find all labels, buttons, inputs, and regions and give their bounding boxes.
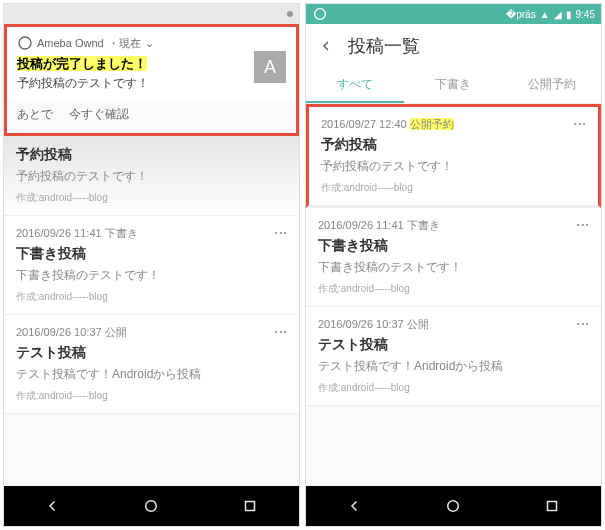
post-title: テスト投稿 <box>16 344 287 362</box>
notification-actions: あとで 今すぐ確認 <box>7 100 296 133</box>
phone-left: Ameba Ownd ・現在 ⌄ 投稿が完了しました！ 予約投稿のテストです！ … <box>3 3 300 527</box>
post-body: 予約投稿のテストです！ <box>16 168 287 185</box>
post-author: 作成:android-----blog <box>16 191 287 205</box>
overflow-icon[interactable]: ⋮ <box>575 218 591 230</box>
overflow-icon[interactable]: ⋮ <box>273 325 289 337</box>
status-bar: �präs ▲ ◢ ▮ 9:45 <box>306 4 601 24</box>
svg-rect-5 <box>547 502 556 511</box>
post-body: 下書き投稿のテストです！ <box>16 267 287 284</box>
post-author: 作成:android-----blog <box>321 181 586 195</box>
list-item[interactable]: 2016/09/26 10:37 公開 テスト投稿 テスト投稿です！Androi… <box>306 307 601 406</box>
post-meta: 2016/09/27 12:40 公開予約 <box>321 117 586 132</box>
status-time: 9:45 <box>576 9 595 20</box>
wifi-icon: ▲ <box>540 9 550 20</box>
post-author: 作成:android-----blog <box>16 389 287 403</box>
nav-back-icon[interactable] <box>44 497 62 515</box>
app-header: 投稿一覧 <box>306 24 601 68</box>
notification-title: 投稿が完了しました！ <box>17 55 286 73</box>
bluetooth-icon: �präs <box>506 9 535 20</box>
tab-all[interactable]: すべて <box>306 68 404 103</box>
highlight-box-notification: Ameba Ownd ・現在 ⌄ 投稿が完了しました！ 予約投稿のテストです！ … <box>4 24 299 136</box>
nav-home-icon[interactable] <box>444 497 462 515</box>
action-later-button[interactable]: あとで <box>17 106 53 123</box>
post-body: 予約投稿のテストです！ <box>321 158 586 175</box>
page-title: 投稿一覧 <box>348 34 420 58</box>
post-meta: 2016/09/26 11:41 下書き <box>16 226 287 241</box>
svg-point-1 <box>146 501 157 512</box>
post-list[interactable]: 予約投稿 予約投稿のテストです！ 作成:android-----blog 201… <box>4 136 299 486</box>
post-author: 作成:android-----blog <box>16 290 287 304</box>
svg-point-4 <box>448 501 459 512</box>
status-tag: 公開 <box>105 326 127 338</box>
overflow-icon[interactable]: ⋮ <box>273 226 289 238</box>
post-title: 下書き投稿 <box>318 237 589 255</box>
list-item[interactable]: 2016/09/26 11:41 下書き 下書き投稿 下書き投稿のテストです！ … <box>4 216 299 315</box>
app-notif-icon <box>312 6 328 22</box>
status-tag: 下書き <box>105 227 138 239</box>
post-title: 予約投稿 <box>16 146 287 164</box>
status-dot <box>287 11 293 17</box>
notification-body: 予約投稿のテストです！ <box>17 75 286 92</box>
post-meta: 2016/09/26 11:41 下書き <box>318 218 589 233</box>
post-title: 予約投稿 <box>321 136 586 154</box>
phone-right: �präs ▲ ◢ ▮ 9:45 投稿一覧 すべて 下書き 公開予約 2016/… <box>305 3 602 527</box>
tab-draft[interactable]: 下書き <box>404 68 502 103</box>
svg-point-3 <box>315 9 326 20</box>
tab-scheduled[interactable]: 公開予約 <box>503 68 601 103</box>
notification-card[interactable]: Ameba Ownd ・現在 ⌄ 投稿が完了しました！ 予約投稿のテストです！ … <box>7 27 296 100</box>
svg-point-0 <box>19 37 31 49</box>
action-now-button[interactable]: 今すぐ確認 <box>69 106 129 123</box>
tabs: すべて 下書き 公開予約 <box>306 68 601 104</box>
svg-rect-2 <box>245 502 254 511</box>
post-body: テスト投稿です！Androidから投稿 <box>318 358 589 375</box>
status-tag: 公開予約 <box>410 118 454 130</box>
nav-home-icon[interactable] <box>142 497 160 515</box>
list-item[interactable]: 2016/09/27 12:40 公開予約 予約投稿 予約投稿のテストです！ 作… <box>306 104 601 208</box>
notification-thumbnail: A <box>254 51 286 83</box>
post-author: 作成:android-----blog <box>318 282 589 296</box>
overflow-icon[interactable]: ⋮ <box>572 117 588 129</box>
chevron-down-icon[interactable]: ⌄ <box>145 37 154 50</box>
nav-recent-icon[interactable] <box>241 497 259 515</box>
list-item[interactable]: 2016/09/26 11:41 下書き 下書き投稿 下書き投稿のテストです！ … <box>306 208 601 307</box>
overflow-icon[interactable]: ⋮ <box>575 317 591 329</box>
post-title: 下書き投稿 <box>16 245 287 263</box>
post-meta: 2016/09/26 10:37 公開 <box>16 325 287 340</box>
list-item[interactable]: 2016/09/26 10:37 公開 テスト投稿 テスト投稿です！Androi… <box>4 315 299 414</box>
battery-icon: ▮ <box>566 9 572 20</box>
notification-when: ・現在 <box>108 36 141 51</box>
nav-back-icon[interactable] <box>346 497 364 515</box>
android-navbar <box>306 486 601 526</box>
back-arrow-icon[interactable] <box>318 38 334 54</box>
post-list[interactable]: 2016/09/27 12:40 公開予約 予約投稿 予約投稿のテストです！ 作… <box>306 104 601 486</box>
app-icon <box>17 35 33 51</box>
list-item[interactable]: 予約投稿 予約投稿のテストです！ 作成:android-----blog <box>4 136 299 216</box>
notification-app: Ameba Ownd <box>37 37 104 49</box>
post-meta: 2016/09/26 10:37 公開 <box>318 317 589 332</box>
nav-recent-icon[interactable] <box>543 497 561 515</box>
android-navbar <box>4 486 299 526</box>
post-body: テスト投稿です！Androidから投稿 <box>16 366 287 383</box>
status-bar <box>4 4 299 24</box>
status-tag: 公開 <box>407 318 429 330</box>
post-title: テスト投稿 <box>318 336 589 354</box>
status-tag: 下書き <box>407 219 440 231</box>
post-body: 下書き投稿のテストです！ <box>318 259 589 276</box>
notification-header: Ameba Ownd ・現在 ⌄ <box>17 35 286 51</box>
post-author: 作成:android-----blog <box>318 381 589 395</box>
signal-icon: ◢ <box>554 9 562 20</box>
